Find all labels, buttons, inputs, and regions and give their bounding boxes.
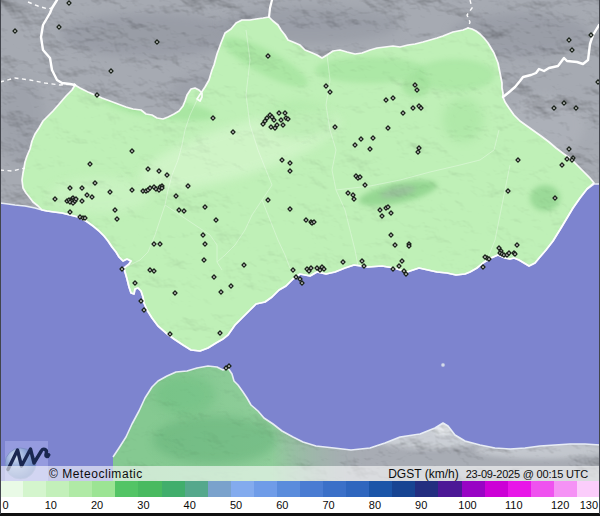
station-marker-center [266,117,268,119]
scale-color-cell [208,481,231,497]
parameter-label: DGST (km/h) [388,467,458,481]
station-marker-center [361,260,363,262]
station-marker-center [81,187,83,189]
station-marker-center [398,265,400,267]
scale-color-cell [392,481,415,497]
scale-tick-label: 60 [276,499,288,511]
station-marker-center [143,309,145,311]
station-marker-center [228,365,230,367]
station-marker-center [109,191,111,193]
station-marker-center [394,244,396,246]
station-marker-center [359,176,361,178]
station-marker-center [110,70,112,72]
station-marker-center [323,268,325,270]
scale-color-cell [115,481,138,497]
station-marker-center [94,182,96,184]
station-marker-center [86,194,88,196]
station-marker-center [372,137,374,139]
scale-tick-label: 110 [505,499,523,511]
station-marker-center [161,187,163,189]
station-marker-center [116,218,118,220]
gust-map-canvas[interactable] [0,0,600,517]
station-marker-center [149,269,151,271]
station-marker-center [334,126,336,128]
station-marker-center [202,234,204,236]
station-marker-center [379,209,381,211]
station-marker-center [381,215,383,217]
station-marker-center [310,267,312,269]
scale-tick-label: 30 [137,499,149,511]
scale-color-cell [300,481,323,497]
scale-color-cell [69,481,92,497]
station-marker-center [213,276,215,278]
scale-color-cell [438,481,461,497]
station-marker-center [590,34,592,36]
station-marker-center [131,150,133,152]
scale-color-cell [277,481,300,497]
station-marker-center [347,192,349,194]
station-marker-center [267,199,269,201]
station-marker-center [289,170,291,172]
datetime-label: 23-09-2025 @ 00:15 UTC [466,468,588,480]
station-marker-center [153,243,155,245]
copyright-text[interactable]: © Meteoclimatic [49,467,143,481]
station-marker-center [284,112,286,114]
station-marker-center [575,107,577,109]
station-marker-center [75,198,77,200]
scale-tick-label: 20 [91,499,103,511]
station-marker-center [131,189,133,191]
scale-color-cell [369,481,392,497]
station-marker-center [178,209,180,211]
station-marker-center [363,265,365,267]
station-marker-center [488,258,490,260]
station-marker-center [507,190,509,192]
station-marker-center [561,164,563,166]
station-marker-center [417,151,419,153]
station-marker-center [292,269,294,271]
station-marker-center [563,102,565,104]
station-marker-center [385,99,387,101]
station-marker-center [158,170,160,172]
station-marker-center [403,270,405,272]
scale-tick-label: 50 [230,499,242,511]
station-marker-center [225,367,227,369]
station-marker-center [316,267,318,269]
station-marker-center [276,124,278,126]
scale-color-cell [254,481,277,497]
station-marker-center [364,184,366,186]
station-marker-center [416,89,418,91]
station-marker-center [498,247,500,249]
station-marker-center [420,107,422,109]
station-marker-center [81,200,83,202]
station-marker-center [414,84,416,86]
scale-color-cell [92,481,115,497]
station-marker-center [96,94,98,96]
station-marker-center [301,282,303,284]
scale-color-cell [323,481,346,497]
scale-tick-label: 120 [551,499,569,511]
station-marker-center [568,39,570,41]
station-marker-center [289,208,291,210]
station-marker-center [153,270,155,272]
station-marker-center [273,119,275,121]
station-marker-center [342,261,344,263]
station-marker-center [287,118,289,120]
station-marker-center [553,107,555,109]
station-marker-center [329,91,331,93]
station-marker-center [69,187,71,189]
scale-color-cell [0,481,23,497]
scale-color-cell [162,481,185,497]
station-marker-center [352,194,354,196]
station-marker-center [271,116,273,118]
scale-tick-label: 130 [580,499,598,511]
station-marker-center [84,217,86,219]
station-marker-center [401,260,403,262]
station-marker-center [568,148,570,150]
station-marker-center [387,206,389,208]
station-marker-center [508,252,510,254]
station-marker-center [174,292,176,294]
station-marker-center [514,253,516,255]
station-marker-center [219,332,221,334]
station-marker-center [166,174,168,176]
station-marker-center [69,211,71,213]
